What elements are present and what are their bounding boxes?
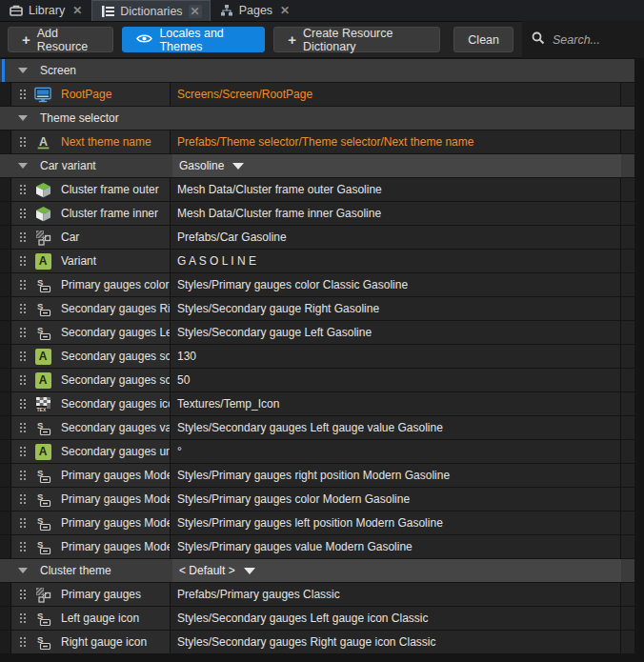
resource-name: Primary gauges Mode — [59, 464, 171, 487]
eye-icon — [136, 33, 152, 47]
group-header-car-variant[interactable]: Car variantGasoline — [0, 154, 634, 178]
table-row[interactable]: ANext theme namePrefabs/Theme selector/T… — [0, 130, 634, 154]
table-row[interactable]: SPrimary gauges ModeStyles/Primary gauge… — [0, 535, 634, 559]
drag-handle-icon[interactable] — [11, 250, 34, 272]
resource-value[interactable]: Textures/Temp_Icon — [171, 392, 621, 415]
collapse-arrow-icon[interactable] — [18, 568, 28, 573]
close-icon[interactable]: ✕ — [278, 4, 292, 17]
tab-dictionaries[interactable]: Dictionaries ✕ — [91, 0, 210, 21]
resource-value[interactable]: 50 — [171, 369, 621, 391]
drag-handle-icon[interactable] — [11, 440, 34, 463]
table-row[interactable]: AVariantG A S O L I N E — [0, 250, 634, 273]
drag-handle-icon[interactable] — [11, 631, 34, 653]
create-resource-dictionary-button[interactable]: + Create Resource Dictionary — [273, 27, 440, 52]
table-row[interactable]: Cluster frame innerMesh Data/Cluster fra… — [0, 202, 634, 226]
drag-handle-icon[interactable] — [11, 583, 34, 606]
table-row[interactable]: SPrimary gauges colorStyles/Primary gaug… — [0, 273, 634, 297]
drag-handle-icon[interactable] — [11, 464, 34, 487]
collapse-arrow-icon[interactable] — [18, 68, 28, 73]
close-icon[interactable]: ✕ — [189, 5, 202, 18]
button-label: Add Resource — [37, 27, 100, 53]
resource-value[interactable]: Prefabs/Theme selector/Theme selector/Ne… — [171, 130, 621, 153]
table-row[interactable]: Cluster frame outerMesh Data/Cluster fra… — [0, 178, 634, 202]
resource-value[interactable]: Prefabs/Car Gasoline — [171, 226, 621, 249]
table-row[interactable]: CarPrefabs/Car Gasoline — [0, 226, 634, 250]
drag-handle-icon[interactable] — [11, 297, 34, 320]
style-icon: S — [34, 633, 51, 651]
table-row[interactable]: SLeft gauge iconStyles/Secondary gauges … — [0, 607, 634, 631]
drag-dots — [19, 470, 27, 481]
resource-value[interactable]: Styles/Secondary gauges Left gauge icon … — [171, 607, 621, 630]
resource-value[interactable]: Styles/Secondary gauges Left gauge value… — [171, 416, 621, 439]
resource-value[interactable]: G A S O L I N E — [171, 250, 621, 272]
drag-handle-icon[interactable] — [11, 369, 34, 391]
resource-value[interactable]: Prefabs/Primary gauges Classic — [171, 583, 621, 606]
add-resource-button[interactable]: + Add Resource — [8, 27, 113, 52]
resource-value[interactable]: Styles/Secondary gauge Left Gasoline — [171, 321, 621, 344]
group-label: Cluster theme — [40, 564, 111, 577]
table-row[interactable]: ASecondary gauges un° — [0, 440, 634, 464]
resource-value[interactable]: Styles/Primary gauges color Classic Gaso… — [171, 273, 621, 296]
drag-handle-icon[interactable] — [11, 535, 34, 558]
drag-handle-icon[interactable] — [11, 202, 34, 225]
drag-handle-icon[interactable] — [11, 83, 34, 106]
table-row[interactable]: SSecondary gauges RigStyles/Secondary ga… — [0, 297, 634, 321]
tab-label: Dictionaries — [120, 5, 182, 18]
table-row[interactable]: TEXSecondary gauges icoTextures/Temp_Ico… — [0, 392, 634, 416]
mesh-icon — [34, 205, 51, 222]
group-header-cluster-theme[interactable]: Cluster theme< Default > — [0, 559, 634, 583]
table-row[interactable]: SPrimary gauges ModeStyles/Primary gauge… — [0, 512, 634, 535]
resource-value[interactable]: Mesh Data/Cluster frame outer Gasoline — [171, 178, 621, 201]
table-row[interactable]: Primary gaugesPrefabs/Primary gauges Cla… — [0, 583, 634, 607]
row-gutter — [0, 488, 11, 511]
theme-dropdown[interactable]: Gasoline — [179, 159, 244, 172]
resource-value[interactable]: Styles/Secondary gauge Right Gasoline — [171, 297, 621, 320]
drag-handle-icon[interactable] — [11, 130, 34, 153]
resource-value[interactable]: Screens/Screen/RootPage — [171, 83, 621, 106]
table-row[interactable]: SRight gauge iconStyles/Secondary gauges… — [0, 631, 634, 654]
group-header-theme-selector[interactable]: Theme selector — [0, 107, 634, 130]
search-input[interactable] — [553, 33, 638, 47]
close-icon[interactable]: ✕ — [70, 4, 84, 17]
collapse-arrow-icon[interactable] — [18, 115, 28, 121]
drag-handle-icon[interactable] — [11, 607, 34, 630]
resource-value[interactable]: ° — [171, 440, 621, 463]
table-row[interactable]: ASecondary gauges sca50 — [0, 369, 634, 392]
clean-button[interactable]: Clean — [453, 27, 513, 52]
drag-dots — [19, 303, 27, 314]
table-row[interactable]: SSecondary gauges LefStyles/Secondary ga… — [0, 321, 634, 345]
resource-value[interactable]: Styles/Secondary gauges Right gauge icon… — [171, 631, 621, 653]
resource-value[interactable]: Styles/Primary gauges right position Mod… — [171, 464, 621, 487]
drag-handle-icon[interactable] — [11, 273, 34, 296]
resource-value[interactable]: Styles/Primary gauges value Modern Gasol… — [171, 535, 621, 558]
resource-value[interactable]: Styles/Primary gauges color Modern Gasol… — [171, 488, 621, 511]
resource-value[interactable]: Styles/Primary gauges left position Mode… — [171, 512, 621, 534]
drag-handle-icon[interactable] — [11, 416, 34, 439]
theme-dropdown[interactable]: < Default > — [179, 564, 255, 577]
table-row[interactable]: SPrimary gauges ModeStyles/Primary gauge… — [0, 464, 634, 488]
text-resource-icon: A — [34, 133, 51, 150]
tab-library[interactable]: Library ✕ — [0, 0, 91, 21]
drag-handle-icon[interactable] — [11, 392, 34, 415]
style-icon: S — [34, 538, 51, 555]
table-row[interactable]: SSecondary gauges valStyles/Secondary ga… — [0, 416, 634, 440]
table-row[interactable]: RootPageScreens/Screen/RootPage — [0, 83, 634, 107]
style-icon: S — [34, 467, 51, 484]
drag-handle-icon[interactable] — [11, 178, 34, 201]
drag-handle-icon[interactable] — [11, 488, 34, 511]
group-header-screen[interactable]: Screen — [0, 59, 634, 83]
resource-value[interactable]: Mesh Data/Cluster frame inner Gasoline — [171, 202, 621, 225]
tab-pages[interactable]: Pages ✕ — [211, 0, 300, 21]
table-row[interactable]: ASecondary gauges sca130 — [0, 345, 634, 369]
drag-handle-icon[interactable] — [11, 512, 34, 534]
dictionaries-icon — [102, 6, 114, 17]
drag-handle-icon[interactable] — [11, 321, 34, 344]
collapse-arrow-icon[interactable] — [18, 163, 28, 169]
resource-value[interactable]: 130 — [171, 345, 621, 368]
tab-label: Pages — [239, 4, 272, 17]
locales-and-themes-button[interactable]: Locales and Themes — [122, 27, 265, 52]
table-row[interactable]: SPrimary gauges ModeStyles/Primary gauge… — [0, 488, 634, 512]
drag-handle-icon[interactable] — [11, 345, 34, 368]
drag-handle-icon[interactable] — [11, 226, 34, 249]
search-box[interactable] — [522, 21, 644, 58]
